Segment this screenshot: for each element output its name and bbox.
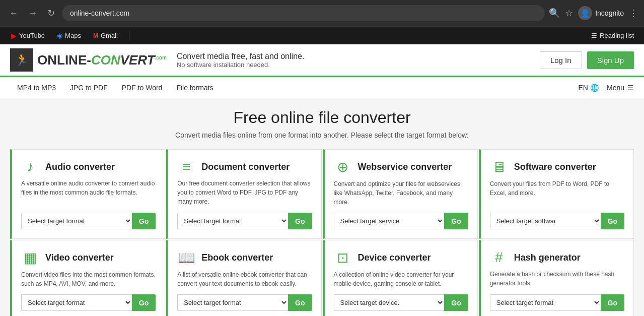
go-button-video[interactable]: Go bbox=[132, 294, 156, 311]
software-icon: 🖥 bbox=[490, 159, 508, 175]
card-desc-hash: Generate a hash or checksum with these h… bbox=[490, 270, 624, 288]
search-icon[interactable]: 🔍 bbox=[549, 8, 560, 19]
card-title-audio: Audio converter bbox=[45, 162, 115, 172]
card-desc-device: A collection of online video converter f… bbox=[334, 270, 468, 288]
back-button[interactable]: ← bbox=[6, 6, 21, 21]
card-action-hash: Select target format Go bbox=[490, 294, 624, 311]
page-title: Free online file converter bbox=[10, 108, 634, 127]
incognito-avatar: 👤 bbox=[578, 6, 592, 20]
bookmark-maps[interactable]: ◉ Maps bbox=[52, 30, 86, 41]
card-desc-video: Convert video files into the most common… bbox=[21, 270, 156, 288]
card-desc-ebook: A list of versatile online ebook convert… bbox=[177, 270, 312, 288]
webservice-icon: ⊕ bbox=[334, 159, 352, 175]
video-icon: ▦ bbox=[21, 249, 39, 266]
bookmarks-separator bbox=[129, 31, 129, 41]
go-button-audio[interactable]: Go bbox=[132, 213, 156, 229]
main-content: Free online file converter Convert media… bbox=[0, 98, 644, 316]
tagline-main: Convert media free, fast and online. bbox=[177, 52, 540, 61]
converter-card-device: ⊡ Device converter A collection of onlin… bbox=[323, 240, 478, 316]
logo-pre: ONLINE- bbox=[37, 52, 91, 68]
card-header-ebook: 📖 Ebook converter bbox=[177, 249, 312, 266]
page-subtitle: Convert media files online from one form… bbox=[10, 131, 634, 139]
card-action-video: Select target format Go bbox=[21, 294, 156, 311]
format-select-device[interactable]: Select target device. bbox=[334, 294, 445, 311]
converter-card-ebook: 📖 Ebook converter A list of versatile on… bbox=[166, 240, 321, 316]
menu-label: Menu bbox=[607, 84, 624, 92]
card-header-hash: # Hash generator bbox=[490, 249, 624, 266]
card-title-software: Software converter bbox=[514, 162, 596, 172]
bookmark-icon[interactable]: ☆ bbox=[565, 8, 573, 19]
go-button-hash[interactable]: Go bbox=[601, 294, 624, 311]
login-button[interactable]: Log In bbox=[540, 51, 582, 69]
card-desc-webservice: Convert and optimize your files for webs… bbox=[334, 179, 468, 207]
tagline-sub: No software installation needed. bbox=[177, 61, 540, 69]
card-title-device: Device converter bbox=[358, 252, 431, 263]
site-tagline: Convert media free, fast and online. No … bbox=[177, 52, 540, 69]
reading-list-button[interactable]: ☰ Reading list bbox=[587, 30, 638, 41]
language-selector[interactable]: EN 🌐 bbox=[579, 84, 599, 92]
format-select-document[interactable]: Select target format bbox=[177, 213, 288, 229]
card-action-device: Select target device. Go bbox=[334, 294, 468, 311]
youtube-icon: ▶ bbox=[11, 32, 17, 40]
converter-card-document: ≡ Document converter Our free document c… bbox=[166, 149, 321, 239]
bookmark-maps-label: Maps bbox=[65, 32, 81, 39]
card-desc-document: Our free document converter selection th… bbox=[177, 179, 312, 207]
format-select-video[interactable]: Select target format bbox=[21, 294, 132, 311]
card-title-video: Video converter bbox=[45, 252, 114, 263]
format-select-hash[interactable]: Select target format bbox=[490, 294, 601, 311]
card-header-audio: ♪ Audio converter bbox=[21, 159, 156, 175]
site-nav: MP4 to MP3 JPG to PDF PDF to Word File f… bbox=[0, 77, 644, 98]
language-label: EN bbox=[579, 84, 588, 92]
reload-button[interactable]: ↻ bbox=[44, 6, 58, 21]
format-select-webservice[interactable]: Select target service bbox=[334, 213, 445, 229]
reading-list-label: Reading list bbox=[600, 32, 634, 39]
format-select-ebook[interactable]: Select target format bbox=[177, 294, 288, 311]
site-header: 🏃 ONLINE-CONVERT.com Convert media free,… bbox=[0, 44, 644, 77]
bookmark-youtube[interactable]: ▶ YouTube bbox=[6, 30, 50, 42]
logo-text: ONLINE-CONVERT.com bbox=[37, 52, 167, 68]
site-logo: 🏃 ONLINE-CONVERT.com bbox=[10, 48, 167, 72]
nav-jpg-to-pdf[interactable]: JPG to PDF bbox=[63, 78, 115, 98]
logo-convert: CONVERT bbox=[91, 52, 155, 68]
logo-com: .com bbox=[155, 55, 167, 60]
card-title-document: Document converter bbox=[201, 162, 290, 172]
incognito-label: Incognito bbox=[595, 9, 624, 17]
converter-grid: ♪ Audio converter A versatile online aud… bbox=[10, 149, 634, 316]
browser-toolbar-icons: 🔍 ☆ 👤 Incognito ⋮ bbox=[549, 6, 638, 20]
go-button-ebook[interactable]: Go bbox=[288, 294, 312, 311]
format-select-software[interactable]: Select target softwar bbox=[490, 213, 601, 229]
browser-chrome: ← → ↻ 🔍 ☆ 👤 Incognito ⋮ bbox=[0, 0, 644, 26]
header-buttons: Log In Sign Up bbox=[540, 51, 634, 69]
logo-icon: 🏃 bbox=[10, 48, 33, 72]
card-action-ebook: Select target format Go bbox=[177, 294, 312, 311]
card-desc-software: Convert your files from PDF to Word, PDF… bbox=[490, 179, 624, 207]
incognito-badge: 👤 Incognito bbox=[578, 6, 624, 20]
go-button-device[interactable]: Go bbox=[444, 294, 468, 311]
go-button-software[interactable]: Go bbox=[601, 213, 624, 229]
forward-button[interactable]: → bbox=[25, 6, 40, 21]
reading-list-icon: ☰ bbox=[591, 32, 597, 39]
card-action-document: Select target format Go bbox=[177, 213, 312, 229]
ebook-icon: 📖 bbox=[177, 249, 195, 266]
format-select-audio[interactable]: Select target format bbox=[21, 213, 132, 229]
card-title-hash: Hash generator bbox=[514, 252, 581, 263]
card-desc-audio: A versatile online audio converter to co… bbox=[21, 179, 156, 207]
bookmark-gmail-label: Gmail bbox=[101, 32, 118, 39]
bookmark-gmail[interactable]: M Gmail bbox=[88, 30, 123, 41]
address-bar[interactable] bbox=[62, 5, 545, 21]
menu-button[interactable]: Menu ☰ bbox=[607, 84, 634, 92]
nav-file-formats[interactable]: File formats bbox=[169, 78, 220, 98]
go-button-webservice[interactable]: Go bbox=[444, 213, 468, 229]
card-header-device: ⊡ Device converter bbox=[334, 249, 468, 266]
converter-card-software: 🖥 Software converter Convert your files … bbox=[479, 149, 634, 239]
hamburger-icon: ☰ bbox=[627, 84, 634, 92]
converter-card-audio: ♪ Audio converter A versatile online aud… bbox=[10, 149, 165, 239]
go-button-document[interactable]: Go bbox=[288, 213, 312, 229]
nav-pdf-to-word[interactable]: PDF to Word bbox=[115, 78, 170, 98]
more-menu-icon[interactable]: ⋮ bbox=[629, 8, 638, 19]
signup-button[interactable]: Sign Up bbox=[587, 51, 634, 69]
globe-icon: 🌐 bbox=[590, 84, 599, 92]
card-action-webservice: Select target service Go bbox=[334, 213, 468, 229]
nav-mp4-to-mp3[interactable]: MP4 to MP3 bbox=[10, 78, 63, 98]
audio-icon: ♪ bbox=[21, 159, 39, 175]
